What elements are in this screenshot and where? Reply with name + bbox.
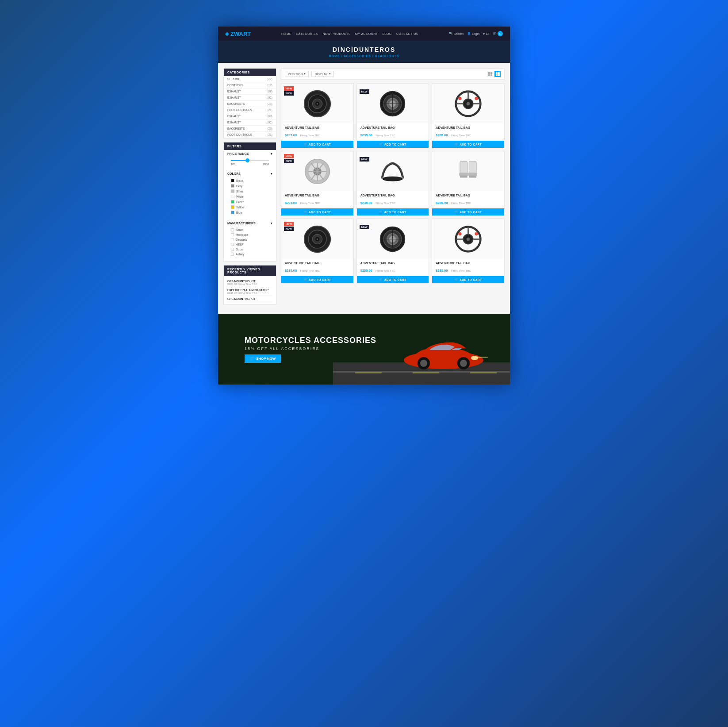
checkbox-mobiesse[interactable] <box>231 233 234 236</box>
logo[interactable]: ◈ ZWART <box>225 31 251 37</box>
category-exhaust-2[interactable]: EXHAUST (81) <box>224 95 276 101</box>
wishlist-action[interactable]: ♥ 12 <box>483 32 489 35</box>
product-card-3: ADVENTURE TAIL BAG $235.00 Fitting Time … <box>432 83 505 148</box>
color-yellow[interactable]: Yellow <box>231 204 269 210</box>
price-min: $00 <box>231 163 235 165</box>
nav-contact[interactable]: CONTACT US <box>396 32 418 35</box>
price-slider-handle[interactable] <box>245 158 249 162</box>
color-silver[interactable]: Silver <box>231 188 269 194</box>
new-badge: NEW <box>360 225 369 229</box>
svg-rect-62 <box>355 372 382 373</box>
add-to-cart-btn-5[interactable]: 🛒 ADD TO CART <box>357 208 429 215</box>
checkbox-gupe[interactable] <box>231 248 234 251</box>
recently-viewed-title: RECENTLY VIEWED PRODUCTS <box>224 265 276 276</box>
add-to-cart-btn-3[interactable]: 🛒 ADD TO CART <box>432 141 504 148</box>
svg-rect-39 <box>460 175 467 177</box>
nav-home[interactable]: HOME <box>281 32 291 35</box>
breadcrumb-current[interactable]: HEADLIGHTS <box>375 54 399 58</box>
category-foot-1[interactable]: FOOT CONTROLS (21) <box>224 107 276 113</box>
nav-my-account[interactable]: MY ACCOUNT <box>355 32 378 35</box>
shop-now-button[interactable]: 🛒 SHOP NOW <box>245 354 281 363</box>
cart-icon: 🛒 <box>250 357 254 361</box>
color-black[interactable]: Black <box>231 178 269 183</box>
product-card-6: ADVENTURE TAIL BAG $235.00 Fitting Time … <box>432 151 505 216</box>
manufacturer-gupe[interactable]: Gupe <box>231 247 269 252</box>
product-name-4: ADVENTURE TAIL BAG <box>285 194 350 197</box>
nav-blog[interactable]: BLOG <box>383 32 392 35</box>
position-select[interactable]: POSITION ▾ <box>285 71 309 77</box>
color-green[interactable]: Green <box>231 199 269 204</box>
list-view-toggle[interactable] <box>494 71 501 77</box>
add-to-cart-btn-1[interactable]: 🛒 ADD TO CART <box>281 141 353 148</box>
color-swatch-green <box>231 200 234 204</box>
product-image-wrapper-5: NEW <box>357 151 429 191</box>
svg-point-25 <box>475 96 478 100</box>
price-range-label[interactable]: PRICE RANGE ▾ <box>227 152 272 156</box>
categories-title: CATEGORIES <box>224 69 276 76</box>
recent-item-1[interactable]: GPS MOUNTING KIT $165.00 Fitting Time TB… <box>227 278 272 287</box>
color-swatch-black <box>231 179 234 182</box>
checkbox-hbp[interactable] <box>231 243 234 246</box>
nav-categories[interactable]: CATEGORIES <box>296 32 318 35</box>
product-info-1: ADVENTURE TAIL BAG $235.00 Fitting Time … <box>281 123 353 141</box>
grid-view-toggle[interactable] <box>487 71 493 77</box>
category-foot-2[interactable]: FOOT CONTROLS (21) <box>224 132 276 138</box>
display-select[interactable]: DISPLAY ▾ <box>311 71 333 77</box>
product-name-7: ADVENTURE TAIL BAG <box>285 262 350 265</box>
svg-point-24 <box>458 96 461 100</box>
category-controls-label: CONTROLS <box>227 84 243 87</box>
search-action[interactable]: 🔍 Search <box>449 32 464 35</box>
product-fitting-4: Fitting Time TBC <box>300 202 320 204</box>
manufacturer-hb-p[interactable]: HB&P <box>231 242 269 247</box>
color-white[interactable]: White <box>231 194 269 199</box>
checkbox-simic[interactable] <box>231 228 234 231</box>
product-info-3: ADVENTURE TAIL BAG $235.00 Fitting Time … <box>432 123 504 141</box>
product-fitting-2: Fitting Time TBC <box>375 134 395 137</box>
category-exhaust-3[interactable]: EXHAUST (88) <box>224 113 276 119</box>
category-chrome[interactable]: CHROME (22) <box>224 76 276 82</box>
checkbox-ashley[interactable] <box>231 253 234 256</box>
recent-item-3[interactable]: GPS MOUNTING KIT <box>227 296 272 302</box>
price-slider[interactable] <box>231 160 269 161</box>
breadcrumb-home[interactable]: HOME <box>329 54 340 58</box>
product-name-5: ADVENTURE TAIL BAG <box>360 194 425 197</box>
manufacturer-mobiesse[interactable]: Mobiesse <box>231 232 269 237</box>
product-price-2: $235.00 <box>360 133 372 137</box>
footer-banner-subtitle: 15% OFF ALL ACCESSORIES <box>245 346 319 351</box>
manufacturer-dessarts[interactable]: Dessarts <box>231 237 269 242</box>
color-blue[interactable]: Blue <box>231 210 269 215</box>
category-backrests-2[interactable]: BACKRESTS (23) <box>224 126 276 132</box>
cart-action[interactable]: 🛒 11 <box>493 31 503 36</box>
add-to-cart-btn-6[interactable]: 🛒 ADD TO CART <box>432 208 504 215</box>
color-gray[interactable]: Gray <box>231 183 269 188</box>
svg-point-59 <box>467 237 470 240</box>
login-action[interactable]: 👤 Login <box>467 32 479 35</box>
breadcrumb-accessories[interactable]: ACCESSORIES <box>344 54 371 58</box>
category-exhaust-4[interactable]: EXHAUST (81) <box>224 119 276 126</box>
recent-item-2[interactable]: EXPEDITION ALUMINIUM TOP $235.00 Fitting… <box>227 287 272 296</box>
add-to-cart-btn-9[interactable]: 🛒 ADD TO CART <box>432 276 504 283</box>
svg-rect-38 <box>468 173 477 176</box>
list-icon <box>496 72 500 76</box>
category-backrests-1[interactable]: BACKRESTS (23) <box>224 101 276 107</box>
colors-title[interactable]: COLORS ▾ <box>227 172 272 176</box>
nav-new-products[interactable]: NEW PRODUCTS <box>322 32 351 35</box>
add-to-cart-btn-8[interactable]: 🛒 ADD TO CART <box>357 276 429 283</box>
svg-point-57 <box>458 232 461 235</box>
manufacturer-simic[interactable]: Simic <box>231 227 269 232</box>
add-to-cart-btn-7[interactable]: 🛒 ADD TO CART <box>281 276 353 283</box>
product-badge-5: NEW <box>360 154 369 162</box>
category-controls[interactable]: CONTROLS (19) <box>224 82 276 88</box>
product-card-8: NEW ADVENTURE TAIL BAG <box>356 219 429 284</box>
product-image-wrapper-1: -60% NEW <box>281 84 353 123</box>
add-to-cart-btn-2[interactable]: 🛒 ADD TO CART <box>357 141 429 148</box>
add-to-cart-btn-4[interactable]: 🛒 ADD TO CART <box>281 208 353 215</box>
svg-point-69 <box>460 360 467 367</box>
product-badge-8: NEW <box>360 222 369 230</box>
checkbox-dessarts[interactable] <box>231 238 234 241</box>
manufacturer-ashley[interactable]: Ashley <box>231 252 269 257</box>
category-exhaust-1[interactable]: EXHAUST (88) <box>224 88 276 95</box>
product-card-9: ADVENTURE TAIL BAG $235.00 Fitting Time … <box>432 219 505 284</box>
product-image-rim <box>303 157 332 186</box>
manufacturers-title[interactable]: MANUFACTURERS ▾ <box>227 222 272 225</box>
